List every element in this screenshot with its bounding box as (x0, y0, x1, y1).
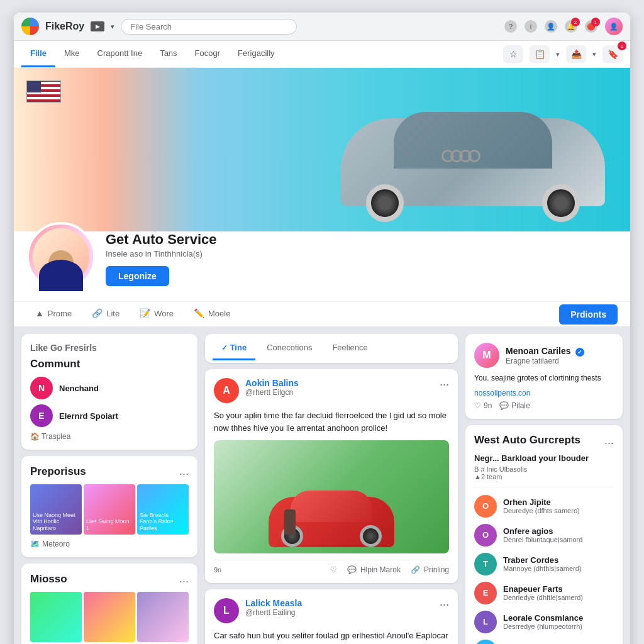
photos-menu[interactable]: ... (179, 465, 189, 478)
community-title: Communt (30, 358, 189, 370)
friend-name-1: Elernrd Spoiart (59, 411, 118, 421)
alert-icon[interactable]: 🔴1 (585, 20, 597, 33)
browser-logo-icon[interactable] (21, 18, 39, 35)
tab-wore[interactable]: 📝 Wore (131, 302, 182, 326)
post-author-1[interactable]: Lalick Measla (245, 598, 302, 608)
miosso-menu[interactable]: ... (179, 572, 189, 586)
top-suggestion-sub2: ▲2 team (474, 473, 614, 480)
nav-tab-ferigacilly[interactable]: Ferigacilly (229, 41, 284, 67)
miosso-thumb-2[interactable] (137, 592, 189, 642)
cover-image (14, 68, 630, 231)
suggest-name-2: Traber Cordes (503, 555, 582, 565)
sponsor-action-btn[interactable]: 💬Pilale (499, 401, 530, 410)
photo-grid: Use Naonq Meet Vitit Horilic Napritaro L… (30, 484, 189, 535)
suggest-avatar-2[interactable]: T (474, 553, 497, 575)
copy-icon[interactable]: 📋 (530, 45, 550, 63)
sponsor-text: You. seajine grotes of clortining thests (474, 373, 614, 384)
friend-item-1: E Elernrd Spoiart (30, 404, 189, 427)
suggestions-menu[interactable]: ... (604, 434, 614, 447)
suggest-name-1: Onfere agios (503, 526, 582, 536)
legonize-button[interactable]: Legonize (106, 266, 169, 286)
post-action-comment-0[interactable]: 💬Hlpin Marok (347, 565, 401, 574)
suggest-avatar-0[interactable]: O (474, 495, 497, 518)
post-action-like-0[interactable]: ♡ (330, 565, 337, 574)
nav-tab-fille[interactable]: Fille (21, 41, 55, 67)
dropdown-arrow[interactable]: ▾ (111, 23, 114, 31)
nav-tab-tans[interactable]: Tans (151, 41, 186, 67)
nav-dropdown-1[interactable]: ▾ (556, 50, 560, 58)
timeline-tabs: ✓ Tine Conecotions Feelience (205, 334, 458, 363)
sponsor-card: M Menoan Cariles ✓ Eragne tatilaerd You.… (465, 334, 623, 419)
sponsor-avatar[interactable]: M (474, 343, 499, 368)
star-icon[interactable]: ☆ (503, 45, 523, 63)
post-text-0: So your aplin time the far decluid flerr… (214, 409, 449, 434)
photo-thumb-2[interactable]: Sie Breacts Fanols Rafoe Pariles (137, 484, 189, 535)
profile-action-tabs: ▲ Prome 🔗 Lite 📝 Wore ✏️ Moele Prdionts (14, 301, 630, 326)
profile-avatar[interactable] (26, 222, 96, 291)
center-col: ✓ Tine Conecotions Feelience A Aokin Bal… (205, 334, 458, 644)
suggest-avatar-1[interactable]: O (474, 524, 497, 547)
prdionts-button[interactable]: Prdionts (559, 304, 618, 325)
photo-label-2: Sie Breacts Fanols Rafoe Pariles (140, 512, 186, 532)
post-avatar-1[interactable]: L (214, 598, 239, 623)
info-icon[interactable]: i (525, 20, 537, 33)
suggest-sub-2: Mannoye (dhfhls|samerd) (503, 565, 582, 572)
post-avatar-0[interactable]: A (214, 378, 239, 403)
suggest-avatar-4[interactable]: L (474, 611, 497, 633)
sponsor-actions: ♡9n 💬Pilale (474, 401, 614, 410)
video-icon[interactable]: ▶ (91, 21, 104, 31)
friend-avatar-0[interactable]: N (30, 377, 53, 399)
photo-thumb-1[interactable]: Liiet Swing Moon 1 (84, 484, 135, 535)
profile-avatar-icon[interactable]: 👤 (605, 18, 623, 35)
browser-window: FikeRoy ▶ ▾ ? i 👤 🔔2 🔴1 👤 Fille Mke Crap… (14, 13, 630, 644)
nav-dropdown-2[interactable]: ▾ (592, 50, 596, 58)
tl-tab-tine[interactable]: ✓ Tine (213, 336, 255, 360)
post-action-share-0[interactable]: 🔗Prinling (411, 565, 449, 574)
miosso-thumb-1[interactable] (84, 592, 135, 642)
app-name: FikeRoy (45, 21, 84, 32)
bookmark-icon[interactable]: 🔖1 (602, 45, 623, 63)
suggest-item-1: O Onfere agios Denrei fbiuntaque|samord (474, 524, 614, 547)
miosso-title: Miosso (30, 573, 67, 586)
tl-tab-conecotions[interactable]: Conecotions (258, 336, 321, 360)
post-time-0: 9n (214, 566, 221, 574)
profile-section: Get Auto Service Insele aso in Tinthhnic… (14, 231, 630, 301)
tab-moele[interactable]: ✏️ Moele (185, 302, 239, 326)
photo-thumb-0[interactable]: Use Naonq Meet Vitit Horilic Napritaro (30, 484, 82, 535)
nav-tab-mke[interactable]: Mke (55, 41, 89, 67)
three-col-layout: Like Go Fresirls Communt N Nenchand E El… (14, 326, 630, 644)
suggest-item-0: O Orhen Jipite Deuredye (dfhts·samero) (474, 495, 614, 518)
tl-tab-feelience[interactable]: Feelience (323, 336, 376, 360)
sponsor-header: M Menoan Cariles ✓ Eragne tatilaerd (474, 343, 614, 368)
right-col: M Menoan Cariles ✓ Eragne tatilaerd You.… (465, 334, 623, 644)
post-menu-0[interactable]: ··· (440, 378, 449, 391)
suggestions-title: West Auto Gurcrepts (474, 434, 580, 447)
tab-prome[interactable]: ▲ Prome (26, 302, 80, 326)
nav-tabs: Fille Mke Crapontt Ine Tans Focogr Ferig… (14, 41, 630, 68)
miosso-card-header: Miosso ... (30, 572, 189, 586)
suggest-name-0: Orhen Jipite (503, 497, 580, 507)
tab-lite[interactable]: 🔗 Lite (83, 302, 128, 326)
prome-icon: ▲ (35, 308, 44, 318)
user-icon[interactable]: 👤 (545, 20, 557, 33)
browser-bar: FikeRoy ▶ ▾ ? i 👤 🔔2 🔴1 👤 (14, 13, 630, 41)
file-search-input[interactable] (121, 19, 297, 35)
suggest-avatar-3[interactable]: E (474, 582, 497, 604)
share-icon[interactable]: 📤 (566, 45, 586, 63)
suggest-avatar-5[interactable]: T (474, 640, 497, 644)
post-header-1: L Lalick Measla @rhertt Eailing ··· (214, 598, 449, 623)
post-menu-1[interactable]: ··· (440, 598, 449, 611)
help-icon[interactable]: ? (504, 20, 517, 33)
post-author-0[interactable]: Aokin Balins (245, 378, 299, 388)
miosso-thumb-0[interactable] (30, 592, 82, 642)
nav-tab-focogr[interactable]: Focogr (186, 41, 229, 67)
photos-footer: 🗺️Meteoro (30, 540, 189, 548)
left-col: Like Go Fresirls Communt N Nenchand E El… (21, 334, 197, 644)
cover-area: Get Auto Service Insele aso in Tinthhnic… (14, 68, 630, 326)
sponsor-link[interactable]: nossolipents.con (474, 389, 614, 397)
photos-title: Preporisus (30, 465, 86, 478)
suggest-sub-1: Denrei fbiuntaque|samord (503, 536, 582, 543)
notification-icon[interactable]: 🔔2 (565, 20, 577, 33)
friend-avatar-1[interactable]: E (30, 404, 53, 427)
nav-tab-crapontt[interactable]: Crapontt Ine (89, 41, 152, 67)
